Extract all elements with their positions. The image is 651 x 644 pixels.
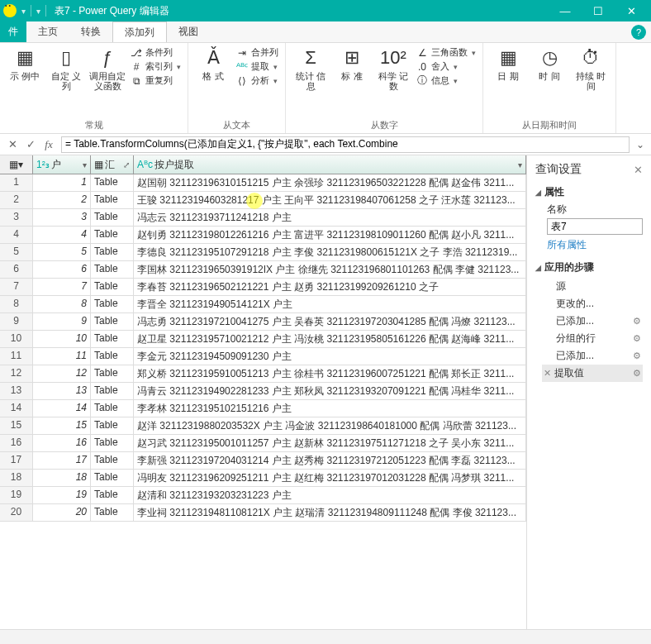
view-tab[interactable]: 视图: [167, 21, 210, 42]
cell[interactable]: 12: [33, 365, 91, 382]
table-row[interactable]: 1313Table冯青云 321123194902281233 户主 郑秋凤 3…: [0, 383, 526, 400]
table-row[interactable]: 1717Table李新强 321123197204031214 户主 赵秀梅 3…: [0, 452, 526, 470]
cell[interactable]: 赵洋 32112319880203532X 户主 冯金波 32112319864…: [134, 417, 526, 434]
expand-formula-button[interactable]: ⌄: [633, 139, 648, 150]
table-row[interactable]: 66Table李国林 32112319650391912IX 户主 徐继先 32…: [0, 261, 526, 279]
cell[interactable]: 15: [33, 417, 91, 434]
extract-button[interactable]: ᴬᴮᶜ提取▾: [236, 60, 278, 73]
gear-icon[interactable]: ⚙: [633, 351, 641, 361]
close-pane-button[interactable]: ✕: [634, 164, 643, 176]
cell[interactable]: Table: [91, 348, 134, 365]
home-tab[interactable]: 主页: [26, 21, 69, 42]
gear-icon[interactable]: ⚙: [633, 368, 641, 379]
cell[interactable]: Table: [91, 331, 134, 347]
expand-icon[interactable]: ⤢: [123, 160, 130, 169]
cell[interactable]: 赵国朝 321123196310151215 户主 余强珍 3211231965…: [134, 174, 526, 191]
table-row[interactable]: 1010Table赵卫星 321123195710021212 户主 冯汝桃 3…: [0, 331, 526, 348]
rounding-button[interactable]: .0舍入▾: [416, 60, 476, 73]
merge-columns-button[interactable]: ⇥合并列: [236, 46, 278, 59]
table-row[interactable]: 44Table赵钊勇 321123198012261216 户主 富进平 321…: [0, 227, 526, 244]
cell[interactable]: 李业祠 32112319481108121X 户主 赵瑞清 3211231948…: [134, 504, 526, 521]
table-row[interactable]: 99Table冯志勇 321123197210041275 户主 吴春英 321…: [0, 313, 526, 331]
cell[interactable]: 6: [33, 261, 91, 278]
cell[interactable]: 20: [33, 504, 91, 521]
file-tab[interactable]: 件: [0, 21, 26, 42]
table-row[interactable]: 1616Table赵习武 321123195001011257 户主 赵新林 3…: [0, 435, 526, 452]
applied-steps-header[interactable]: ◢应用的步骤: [535, 260, 643, 274]
index-column-button[interactable]: #索引列▾: [131, 60, 181, 73]
qat-dropdown-icon-2[interactable]: ▾: [36, 7, 40, 16]
cell[interactable]: 冯青云 321123194902281233 户主 郑秋凤 3211231932…: [134, 383, 526, 399]
statistics-button[interactable]: Σ统计 信息: [292, 46, 329, 117]
cell[interactable]: 16: [33, 435, 91, 451]
cell[interactable]: Table: [91, 313, 134, 330]
cell[interactable]: Table: [91, 192, 134, 208]
cell[interactable]: 19: [33, 487, 91, 503]
standard-button[interactable]: ⊞标 准: [334, 46, 370, 117]
cell[interactable]: 李春苔 321123196502121221 户主 赵勇 32112319920…: [134, 279, 526, 295]
cancel-formula-button[interactable]: ✕: [3, 138, 21, 150]
gear-icon[interactable]: ⚙: [633, 316, 641, 327]
table-row[interactable]: 55Table李德良 321123195107291218 户主 李俊 3211…: [0, 244, 526, 261]
maximize-button[interactable]: ☐: [582, 5, 615, 17]
custom-column-button[interactable]: ▯自定 义列: [48, 46, 84, 117]
row-index-header[interactable]: ▦▾: [0, 155, 33, 174]
time-button[interactable]: ◷时 间: [531, 46, 568, 117]
table-row[interactable]: 1818Table冯明友 321123196209251211 户主 赵红梅 3…: [0, 470, 526, 487]
table-row[interactable]: 1919Table赵清和 321123193203231223 户主: [0, 487, 526, 504]
minimize-button[interactable]: —: [549, 5, 582, 17]
cell[interactable]: 赵清和 321123193203231223 户主: [134, 487, 526, 503]
table-row[interactable]: 1212Table郑义桥 321123195910051213 户主 徐桂书 3…: [0, 365, 526, 383]
cell[interactable]: 冯明友 321123196209251211 户主 赵红梅 3211231970…: [134, 470, 526, 486]
table-row[interactable]: 1515Table赵洋 32112319880203532X 户主 冯金波 32…: [0, 417, 526, 435]
applied-step[interactable]: ✕提取值⚙: [542, 365, 643, 382]
info-button[interactable]: ⓘ信息▾: [416, 74, 476, 87]
all-properties-link[interactable]: 所有属性: [547, 238, 643, 252]
scientific-button[interactable]: 10²科学 记数: [375, 46, 411, 117]
parse-button[interactable]: ⟨⟩分析▾: [236, 74, 278, 87]
cell[interactable]: 李孝林 321123195102151216 户主: [134, 400, 526, 417]
cell[interactable]: 李国林 32112319650391912IX 户主 徐继先 321123196…: [134, 261, 526, 278]
cell[interactable]: 李德良 321123195107291218 户主 李俊 32112319800…: [134, 244, 526, 260]
cell[interactable]: 冯志云 321123193711241218 户主: [134, 209, 526, 226]
table-row[interactable]: 88Table李晋全 32112319490514121X 户主: [0, 296, 526, 313]
cell[interactable]: 王骏 321123194603281217 户主 王向平 32112319840…: [134, 192, 526, 208]
cell[interactable]: Table: [91, 261, 134, 278]
cell[interactable]: Table: [91, 487, 134, 503]
cell[interactable]: Table: [91, 452, 134, 469]
table-row[interactable]: 1414Table李孝林 321123195102151216 户主: [0, 400, 526, 417]
applied-step[interactable]: 更改的...: [542, 295, 643, 312]
cell[interactable]: 5: [33, 244, 91, 260]
cell[interactable]: Table: [91, 296, 134, 312]
cell[interactable]: Table: [91, 400, 134, 417]
cell[interactable]: 3: [33, 209, 91, 226]
addcolumn-tab[interactable]: 添加列: [112, 21, 167, 42]
applied-step[interactable]: 源: [542, 278, 643, 295]
cell[interactable]: 13: [33, 383, 91, 399]
column-header-hu[interactable]: 1²₃户▾: [33, 155, 91, 174]
table-row[interactable]: 77Table李春苔 321123196502121221 户主 赵勇 3211…: [0, 279, 526, 296]
help-icon[interactable]: ?: [631, 25, 646, 40]
cell[interactable]: Table: [91, 209, 134, 226]
properties-section-header[interactable]: ◢属性: [535, 185, 643, 199]
cell[interactable]: 9: [33, 313, 91, 330]
gear-icon[interactable]: ⚙: [633, 333, 641, 344]
table-row[interactable]: 33Table冯志云 321123193711241218 户主: [0, 209, 526, 227]
cell[interactable]: 赵卫星 321123195710021212 户主 冯汝桃 3211231958…: [134, 331, 526, 347]
cell[interactable]: Table: [91, 470, 134, 486]
cell[interactable]: 4: [33, 227, 91, 243]
column-from-examples-button[interactable]: ▦示 例中: [7, 46, 43, 117]
cell[interactable]: Table: [91, 435, 134, 451]
chevron-down-icon[interactable]: ▾: [83, 160, 87, 169]
transform-tab[interactable]: 转换: [69, 21, 112, 42]
date-button[interactable]: ▦日 期: [490, 46, 526, 117]
duration-button[interactable]: ⏱持续 时间: [573, 46, 609, 117]
cell[interactable]: 18: [33, 470, 91, 486]
close-button[interactable]: ✕: [615, 5, 648, 17]
table-row[interactable]: 1111Table李金元 321123194509091230 户主: [0, 348, 526, 365]
delete-step-icon[interactable]: ✕: [544, 368, 551, 379]
cell[interactable]: 李晋全 32112319490514121X 户主: [134, 296, 526, 312]
cell[interactable]: Table: [91, 365, 134, 382]
invoke-function-button[interactable]: ƒ调用自定 义函数: [89, 46, 126, 117]
cell[interactable]: 郑义桥 321123195910051213 户主 徐桂书 3211231960…: [134, 365, 526, 382]
